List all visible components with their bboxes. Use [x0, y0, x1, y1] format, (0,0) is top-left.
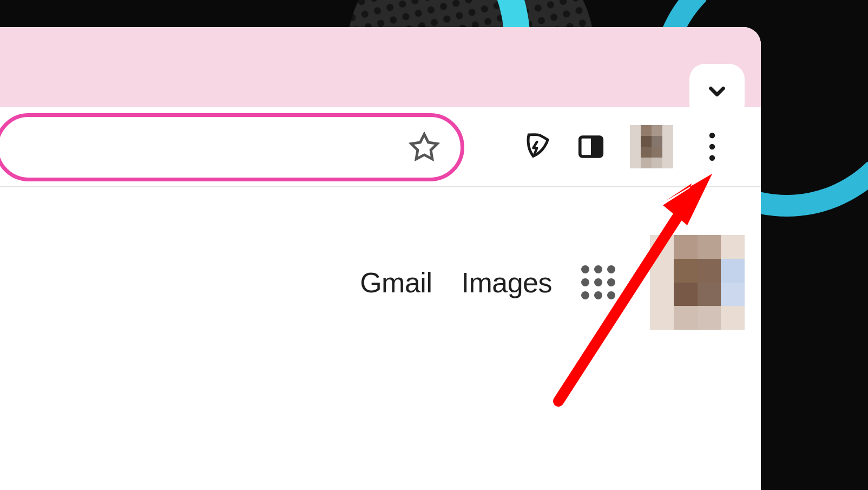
svg-point-5 — [709, 155, 715, 161]
extension-button[interactable] — [520, 130, 552, 163]
browser-toolbar — [0, 107, 761, 187]
google-account-avatar[interactable] — [650, 235, 745, 330]
browser-window: Gmail Images — [0, 27, 761, 490]
more-vertical-icon — [709, 133, 715, 161]
tab-strip — [0, 27, 761, 107]
google-apps-button[interactable] — [581, 265, 615, 299]
gmail-link[interactable]: Gmail — [360, 266, 432, 299]
more-menu-button[interactable] — [696, 130, 728, 163]
profile-avatar-button[interactable] — [630, 125, 673, 168]
page-content: Gmail Images — [0, 187, 761, 490]
chevron-down-icon — [705, 79, 729, 104]
svg-point-4 — [709, 144, 715, 149]
images-link[interactable]: Images — [461, 266, 552, 299]
star-icon[interactable] — [409, 132, 440, 163]
leaf-lightning-icon — [521, 132, 550, 161]
svg-point-3 — [709, 133, 715, 138]
svg-marker-0 — [411, 134, 437, 159]
svg-rect-2 — [591, 137, 602, 156]
panel-icon — [576, 132, 606, 161]
side-panel-button[interactable] — [575, 130, 607, 163]
address-bar[interactable] — [0, 113, 464, 181]
